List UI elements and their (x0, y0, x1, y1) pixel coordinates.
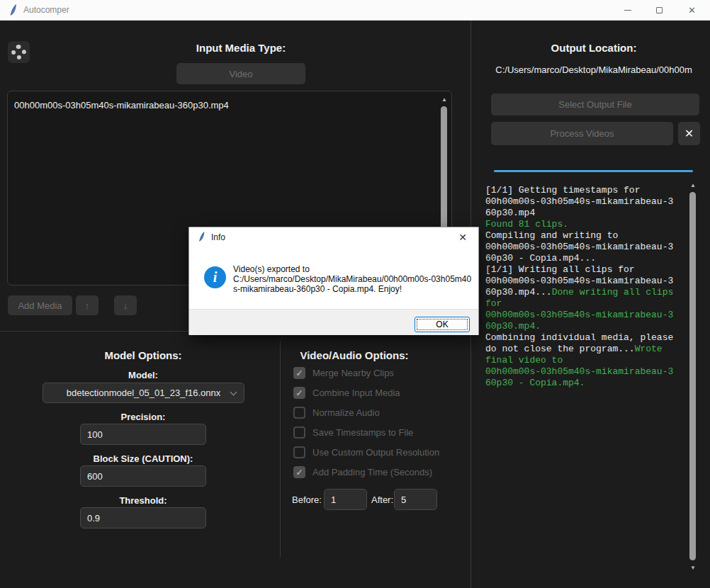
move-down-button[interactable]: ↓ (114, 295, 137, 315)
info-dialog: Info ✕ i Video(s) exported toC:/Users/ma… (188, 227, 479, 335)
console-text: [1/1] Getting timestamps for (485, 185, 640, 196)
dialog-close-button[interactable]: ✕ (451, 227, 474, 247)
close-icon: ✕ (688, 6, 696, 15)
console-line: Found 81 clips. (485, 219, 685, 230)
maximize-icon (656, 7, 663, 13)
console-text: final video to (485, 355, 563, 366)
file-list-item[interactable]: 00h00m00s-03h05m40s-mikamirabeau-360p30.… (8, 91, 451, 112)
threshold-input[interactable] (80, 507, 206, 528)
ok-button[interactable]: OK (415, 317, 470, 332)
progress-bar (494, 170, 693, 172)
file-list: 00h00m00s-03h05m40s-mikamirabeau-360p30.… (8, 91, 451, 112)
media-type-button[interactable]: Video (176, 63, 305, 84)
checkbox-row: ✓Add Padding Time (Seconds) (293, 466, 439, 478)
console-line: 00h00m00s-03h05m40s-mikamirabeau-3 (485, 366, 685, 378)
dialog-message-line: C:/Users/marco/Desktop/MikaMirabeau/00h0… (233, 274, 471, 284)
scroll-up-icon[interactable]: ▲ (688, 181, 698, 190)
minimize-button[interactable] (612, 0, 643, 21)
feather-icon (197, 232, 207, 242)
console-line: 00h00m00s-03h05m40s-mikamirabeau-3 (485, 310, 685, 321)
checkbox-row: Normalize Audio (293, 407, 439, 419)
console-line: 00h00m00s-03h05m40s-mikamirabeau-3 (485, 242, 685, 253)
console-text: Found 81 clips. (485, 219, 568, 230)
model-label: Model: (0, 370, 286, 380)
scroll-down-icon[interactable]: ▼ (688, 564, 698, 572)
checkbox-label: Merge Nearby Clips (312, 368, 394, 378)
process-videos-button[interactable]: Process Videos (491, 122, 673, 145)
input-media-type-heading: Input Media Type: (106, 42, 376, 54)
model-dropdown[interactable]: bdetectionmodel_05_01_23_f16.onnx (43, 383, 244, 403)
console-line: 60p30.mp4...Done writing all clips (485, 287, 685, 298)
checkbox-row: Use Custom Output Resolution (293, 446, 439, 458)
title-bar: Autocomper ✕ (0, 0, 710, 21)
console-line: for (485, 298, 685, 310)
output-path: C:/Users/marco/Desktop/MikaMirabeau/00h0… (478, 64, 710, 75)
block-size-input[interactable] (80, 465, 206, 487)
console-text: do not close the program... (485, 344, 635, 354)
console-text: 00h00m00s-03h05m40s-mikamirabeau-3 (485, 242, 673, 252)
info-glyph: i (213, 269, 218, 285)
close-icon: ✕ (458, 232, 467, 243)
spinner-ring (11, 45, 26, 60)
console-line: 00h00m00s-03h05m40s-mikamirabeau-3 (485, 276, 685, 287)
checkbox-label: Use Custom Output Resolution (312, 447, 439, 458)
add-media-button[interactable]: Add Media (8, 295, 72, 315)
console-text: 60p30.mp4 (485, 208, 535, 218)
console-text: 60p30.mp4. (485, 321, 541, 332)
select-output-file-button[interactable]: Select Output File (491, 94, 699, 115)
dialog-title: Info (211, 232, 225, 242)
console-text: Compiling and writing to (485, 230, 618, 241)
cancel-icon: ✕ (684, 127, 694, 140)
dialog-title-bar: Info ✕ (189, 227, 478, 247)
console-text: 00h00m00s-03h05m40s-mikamirabeau-3 (485, 366, 673, 377)
av-options-heading: Video/Audio Options: (283, 349, 425, 361)
console-line: [1/1] Writing all clips for (485, 264, 685, 276)
app-window: Autocomper ✕ Input Media Type: Video 00h… (0, 0, 710, 588)
console-text: for (485, 298, 502, 309)
normalize-audio-checkbox[interactable] (293, 407, 305, 419)
merge-nearby-clips-checkbox[interactable]: ✓ (293, 367, 305, 379)
console-text: Wrote (635, 344, 663, 354)
before-label: Before: (292, 494, 322, 505)
add-padding-time-seconds-checkbox[interactable]: ✓ (293, 466, 305, 478)
console-line: do not close the program...Wrote (485, 344, 685, 355)
scrollbar-thumb[interactable] (689, 192, 696, 560)
console-log: [1/1] Getting timestamps for00h00m00s-03… (485, 183, 685, 565)
model-dropdown-value: bdetectionmodel_05_01_23_f16.onnx (67, 388, 221, 398)
console-line: 00h00m00s-03h05m40s-mikamirabeau-3 (485, 196, 685, 208)
scroll-up-icon[interactable]: ▲ (439, 96, 449, 104)
console-line: 60p30 - Copia.mp4... (485, 253, 685, 264)
console-line: [1/1] Getting timestamps for (485, 185, 685, 196)
checkbox-label: Save Timestamps to File (312, 427, 413, 438)
close-button[interactable]: ✕ (676, 0, 708, 21)
console-line: 60p30.mp4. (485, 321, 685, 332)
maximize-button[interactable] (643, 0, 675, 21)
console-text: [1/1] Writing all clips for (485, 264, 635, 275)
console-text: 60p30.mp4... (485, 287, 552, 298)
after-input[interactable] (394, 489, 437, 510)
before-input[interactable] (324, 489, 367, 510)
console-text: 60p30 - Copia.mp4... (485, 253, 596, 264)
checkbox-label: Combine Input Media (312, 388, 400, 398)
console-text: 00h00m00s-03h05m40s-mikamirabeau-3 (485, 276, 673, 286)
dialog-message-line: s-mikamirabeau-360p30 - Copia.mp4. Enjoy… (233, 284, 471, 294)
checkbox-label: Add Padding Time (Seconds) (312, 467, 432, 477)
feather-icon (8, 4, 19, 16)
dialog-message: Video(s) exported toC:/Users/marco/Deskt… (233, 264, 471, 294)
info-icon: i (204, 266, 226, 288)
console-line: 60p30 - Copia.mp4. (485, 378, 685, 389)
move-up-button[interactable]: ↑ (76, 295, 98, 315)
cancel-process-button[interactable]: ✕ (678, 122, 700, 145)
model-options-heading: Model Options: (0, 349, 286, 361)
combine-input-media-checkbox[interactable]: ✓ (293, 387, 305, 399)
checkbox-row: ✓Combine Input Media (293, 387, 439, 399)
precision-label: Precision: (0, 412, 286, 422)
block-size-label: Block Size (CAUTION): (0, 453, 286, 464)
console-text: 00h00m00s-03h05m40s-mikamirabeau-3 (485, 310, 673, 320)
precision-input[interactable] (80, 424, 206, 445)
dialog-message-line: Video(s) exported to (233, 264, 471, 274)
console-scrollbar[interactable]: ▲ ▼ (688, 181, 698, 572)
after-label: After: (371, 494, 393, 505)
save-timestamps-to-file-checkbox[interactable] (293, 426, 305, 439)
use-custom-output-resolution-checkbox[interactable] (293, 446, 305, 458)
